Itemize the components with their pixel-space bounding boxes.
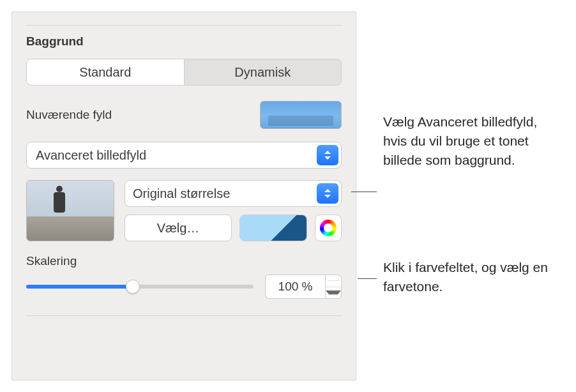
callout-leader-2: [358, 278, 377, 279]
tint-color-well[interactable]: [239, 215, 307, 241]
section-title-background: Baggrund: [26, 34, 342, 49]
scaling-stepper: 100 %: [265, 275, 342, 299]
callout-fill-type: Vælg Avanceret billedfyld, hvis du vil b…: [383, 112, 562, 169]
scaling-row: 100 %: [26, 275, 342, 299]
segment-dynamic[interactable]: Dynamisk: [185, 59, 342, 86]
segment-standard-label: Standard: [79, 65, 131, 80]
scaling-field[interactable]: 100 %: [265, 275, 325, 299]
fill-type-popup[interactable]: Avanceret billedfyld: [26, 142, 342, 169]
scaling-value: 100 %: [278, 280, 313, 294]
current-fill-row: Nuværende fyld: [26, 101, 342, 129]
image-controls: Original størrelse Vælg…: [125, 180, 342, 241]
stepper-down-button[interactable]: [326, 287, 341, 299]
stepper-up-button[interactable]: [326, 275, 341, 287]
callout-leader-1: [351, 192, 377, 192]
image-settings-row: Original størrelse Vælg…: [26, 180, 342, 241]
color-wheel-icon: [320, 220, 337, 236]
fill-type-value: Avanceret billedfyld: [36, 148, 146, 163]
divider-top: [26, 25, 342, 26]
segment-standard[interactable]: Standard: [26, 59, 185, 86]
scale-mode-value: Original størrelse: [133, 186, 230, 201]
stepper-buttons: [325, 275, 342, 299]
segment-dynamic-label: Dynamisk: [234, 65, 291, 80]
chevron-up-icon: [326, 280, 341, 281]
choose-and-color-row: Vælg…: [125, 215, 342, 241]
background-panel: Baggrund Standard Dynamisk Nuværende fyl…: [11, 11, 356, 381]
chevron-down-icon: [326, 290, 341, 295]
color-picker-button[interactable]: [315, 215, 342, 241]
current-fill-label: Nuværende fyld: [26, 108, 112, 122]
scaling-slider[interactable]: [26, 276, 254, 297]
scaling-label: Skalering: [26, 254, 342, 268]
choose-image-button[interactable]: Vælg…: [125, 215, 232, 241]
callout-color-well: Klik i farvefeltet, og vælg en farvetone…: [383, 258, 562, 296]
current-fill-thumbnail[interactable]: [260, 101, 342, 129]
divider-bottom: [26, 315, 342, 316]
slider-fill: [26, 285, 133, 289]
updown-caret-icon: [317, 145, 338, 165]
updown-caret-icon: [317, 183, 338, 204]
choose-button-label: Vælg…: [157, 221, 200, 236]
slider-thumb[interactable]: [126, 280, 140, 294]
image-well[interactable]: [26, 180, 114, 241]
scale-mode-popup[interactable]: Original størrelse: [125, 180, 342, 207]
background-mode-segmented: Standard Dynamisk: [26, 59, 342, 86]
